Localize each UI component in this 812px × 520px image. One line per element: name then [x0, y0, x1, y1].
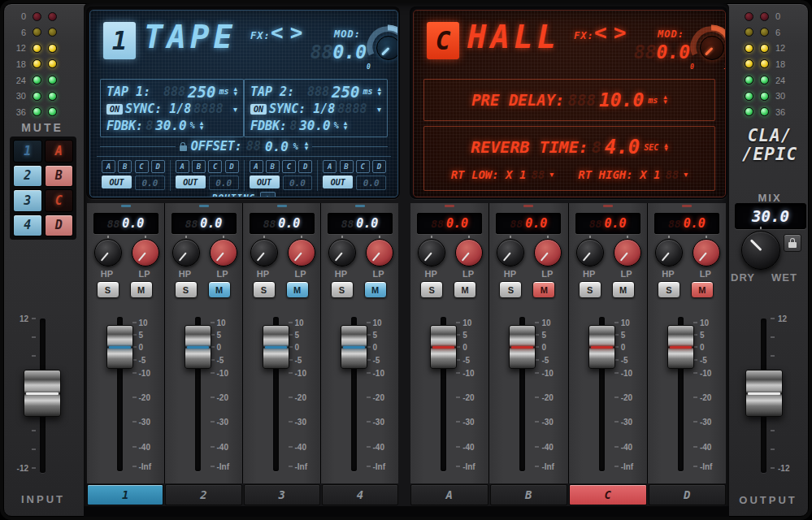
rt-high-dropdown-icon[interactable]: ▾: [684, 170, 688, 179]
routing-target-A-button[interactable]: A: [102, 160, 115, 173]
channel-tab-D[interactable]: D: [649, 484, 727, 505]
routing-target-C-button[interactable]: C: [282, 160, 296, 173]
tap1-fdbk-value[interactable]: 30.0: [155, 118, 187, 133]
tap1-fdbk-stepper[interactable]: ▴▾: [200, 121, 204, 130]
hp-filter-knob[interactable]: [250, 239, 278, 266]
routing-target-A-button[interactable]: A: [323, 160, 337, 173]
channel-level-display[interactable]: 880.0: [328, 213, 393, 234]
hp-filter-knob[interactable]: [172, 239, 200, 266]
tap2-time-stepper[interactable]: ▴▾: [377, 87, 381, 96]
routing-target-C-button[interactable]: C: [208, 160, 222, 173]
lp-filter-knob[interactable]: [534, 239, 562, 266]
tap2-on-button[interactable]: ON: [250, 104, 267, 115]
tap1-sync-dropdown-icon[interactable]: ▾: [233, 105, 237, 114]
routing-target-B-button[interactable]: B: [266, 160, 280, 173]
routing-target-B-button[interactable]: B: [192, 160, 206, 173]
tap2-fdbk-value[interactable]: 30.0: [299, 118, 331, 133]
channel-level-display[interactable]: 880.0: [417, 213, 482, 234]
mute-button[interactable]: M: [208, 281, 231, 298]
mod-knob[interactable]: 0 100: [688, 22, 726, 72]
fx-prev-icon[interactable]: <: [271, 20, 290, 45]
lp-filter-knob[interactable]: [210, 239, 237, 266]
channel-level-display[interactable]: 880.0: [575, 213, 640, 234]
mod-value-display[interactable]: 880.0: [292, 41, 367, 63]
tap2-sync-value[interactable]: SYNC: 1/8: [269, 102, 335, 116]
mute-button[interactable]: M: [612, 281, 635, 298]
reverb-time-stepper[interactable]: ▴▾: [664, 143, 668, 152]
offset-stepper[interactable]: ▴▾: [305, 141, 309, 150]
hp-filter-knob[interactable]: [94, 239, 122, 266]
mute-button-1[interactable]: 1: [13, 140, 42, 162]
reverb-time-value[interactable]: 4.0: [605, 136, 640, 158]
routing-collapse-button[interactable]: ▲: [260, 192, 276, 197]
mute-button[interactable]: M: [532, 281, 555, 298]
tap1-time-value[interactable]: 250: [188, 83, 215, 101]
mix-lock-button[interactable]: [784, 234, 801, 252]
mute-button-3[interactable]: 3: [13, 189, 42, 212]
lp-filter-knob[interactable]: [614, 239, 641, 266]
routing-target-B-button[interactable]: B: [340, 160, 354, 173]
mute-button[interactable]: M: [130, 281, 153, 298]
out-value[interactable]: 0.0: [209, 176, 239, 190]
fader-handle[interactable]: [509, 325, 536, 369]
out-button[interactable]: OUT: [176, 176, 206, 188]
mute-button[interactable]: M: [691, 281, 714, 298]
lp-filter-knob[interactable]: [288, 239, 315, 266]
routing-target-C-button[interactable]: C: [135, 160, 149, 173]
mute-button[interactable]: M: [454, 281, 476, 298]
mute-button-2[interactable]: 2: [13, 165, 42, 188]
mod-knob-dial[interactable]: [700, 36, 724, 60]
tap2-time-value[interactable]: 250: [332, 83, 359, 101]
offset-value[interactable]: 0.0: [265, 139, 289, 154]
solo-button[interactable]: S: [331, 281, 354, 298]
routing-target-B-button[interactable]: B: [118, 160, 132, 173]
lp-filter-knob[interactable]: [693, 239, 720, 266]
channel-tab-C[interactable]: C: [569, 484, 647, 505]
fader-handle[interactable]: [430, 325, 457, 369]
lp-filter-knob[interactable]: [132, 239, 159, 266]
lp-filter-knob[interactable]: [455, 239, 483, 266]
mute-button-A[interactable]: A: [45, 140, 74, 162]
mod-knob[interactable]: 0 100: [365, 22, 398, 72]
out-button[interactable]: OUT: [323, 176, 353, 188]
solo-button[interactable]: S: [658, 281, 680, 298]
mix-value-display[interactable]: 30.0: [735, 203, 806, 229]
mute-button-4[interactable]: 4: [13, 214, 42, 237]
mute-button[interactable]: M: [364, 281, 387, 298]
channel-tab-4[interactable]: 4: [322, 484, 398, 505]
mute-button[interactable]: M: [286, 281, 309, 298]
out-value[interactable]: 0.0: [356, 176, 386, 190]
hp-filter-knob[interactable]: [418, 239, 445, 266]
tap2-sync-dropdown-icon[interactable]: ▾: [377, 105, 381, 114]
routing-target-C-button[interactable]: C: [356, 160, 370, 173]
offset-lock-icon[interactable]: [180, 145, 187, 151]
solo-button[interactable]: S: [420, 281, 443, 298]
rt-low-value[interactable]: RT LOW: X 1: [451, 168, 527, 181]
mute-button-D[interactable]: D: [45, 214, 74, 237]
channel-tab-A[interactable]: A: [410, 484, 489, 505]
routing-target-D-button[interactable]: D: [298, 160, 312, 173]
out-value[interactable]: 0.0: [283, 176, 313, 190]
fader-handle[interactable]: [263, 325, 289, 369]
fader-handle[interactable]: [588, 325, 615, 369]
solo-button[interactable]: S: [253, 281, 276, 298]
routing-target-A-button[interactable]: A: [250, 160, 263, 173]
out-value[interactable]: 0.0: [135, 176, 165, 190]
input-fader-handle[interactable]: [24, 370, 61, 417]
reverb-mode-title[interactable]: HALL: [467, 19, 560, 55]
routing-target-D-button[interactable]: D: [225, 160, 239, 173]
tap1-time-stepper[interactable]: ▴▾: [233, 87, 237, 96]
mod-knob-dial[interactable]: [376, 36, 398, 60]
tap1-sync-value[interactable]: SYNC: 1/8: [125, 102, 191, 116]
channel-level-display[interactable]: 880.0: [250, 213, 315, 234]
dry-wet-knob[interactable]: [741, 231, 780, 270]
mod-value-display[interactable]: 880.0: [615, 41, 690, 63]
lp-filter-knob[interactable]: [366, 239, 393, 266]
channel-tab-1[interactable]: 1: [87, 484, 163, 505]
channel-tab-B[interactable]: B: [490, 484, 568, 505]
solo-button[interactable]: S: [579, 281, 601, 298]
hp-filter-knob[interactable]: [576, 239, 604, 266]
channel-level-display[interactable]: 880.0: [654, 213, 719, 234]
fx-prev-icon[interactable]: <: [594, 20, 614, 45]
rt-high-value[interactable]: RT HIGH: X 1: [578, 168, 660, 181]
